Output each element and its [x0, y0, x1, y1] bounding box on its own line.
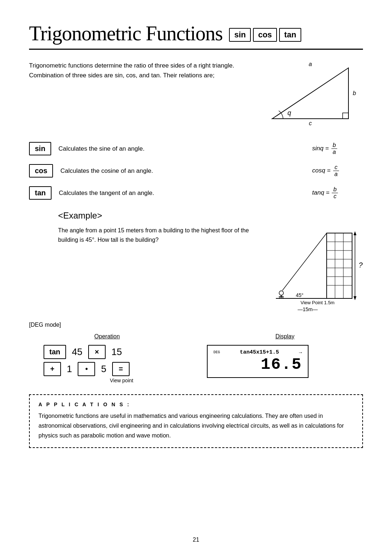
example-section: <Example> The angle from a point 15 mete…: [58, 211, 363, 314]
svg-marker-0: [272, 68, 348, 119]
deg-mode-label: [DEG mode]: [29, 322, 363, 328]
func-formula-sin: sinq = b a: [312, 142, 363, 155]
svg-text:q: q: [287, 109, 291, 117]
svg-text:View Point 1.5m: View Point 1.5m: [301, 300, 335, 305]
calc-display: DEG tan45x15+1.5 → 16.5: [207, 345, 309, 378]
num-5: 5: [99, 362, 108, 376]
svg-rect-6: [327, 233, 352, 298]
intro-section: Trigonometric functions determine the ra…: [29, 61, 363, 131]
tan-key[interactable]: tan: [44, 345, 66, 359]
title-badge-tan: tan: [279, 28, 301, 42]
title-badge-cos: cos: [253, 28, 277, 42]
svg-text:45°: 45°: [296, 292, 303, 298]
svg-line-26: [282, 233, 327, 290]
func-formula-cos: cosq = c a: [312, 164, 363, 178]
func-desc-sin: Calculates the sine of an angle.: [58, 145, 312, 152]
svg-point-20: [279, 291, 283, 295]
svg-rect-1: [343, 113, 348, 119]
plus-key[interactable]: +: [44, 362, 61, 376]
svg-text:?: ?: [359, 261, 363, 269]
svg-text:—15m—: —15m—: [298, 306, 318, 312]
func-badge-cos: cos: [29, 164, 53, 178]
op-row-2: + 1 • 5 =: [44, 362, 130, 376]
function-row-cos: cos Calculates the cosine of an angle. c…: [29, 164, 363, 178]
example-svg: ? 45° View: [269, 226, 363, 313]
num-15: 15: [109, 345, 124, 359]
page-number: 21: [193, 537, 199, 543]
num-45: 45: [70, 345, 85, 359]
example-title: <Example>: [58, 211, 363, 221]
decimal-key[interactable]: •: [78, 362, 95, 376]
func-desc-cos: Calculates the cosine of an angle.: [60, 167, 312, 175]
svg-text:b: b: [353, 90, 356, 96]
example-body: The angle from a point 15 meters from a …: [58, 226, 363, 314]
intro-text: Trigonometric functions determine the ra…: [29, 61, 250, 131]
calc-display-arrow: →: [299, 350, 302, 355]
calc-display-expression: tan45x15+1.5: [240, 349, 279, 355]
page: Trigonometric Functions sin cos tan Trig…: [0, 0, 392, 554]
title-badges: sin cos tan: [229, 28, 301, 42]
func-formula-tan: tanq = b c: [312, 186, 363, 200]
title-row: Trigonometric Functions sin cos tan: [29, 22, 363, 50]
func-badge-sin: sin: [29, 142, 51, 155]
calc-display-result: 16.5: [213, 355, 302, 374]
display-column: Display DEG tan45x15+1.5 → 16.5: [207, 333, 363, 378]
title-badge-sin: sin: [229, 28, 251, 42]
op-row-1: tan 45 × 15: [44, 345, 124, 359]
func-desc-tan: Calculates the tangent of an angle.: [59, 190, 312, 197]
svg-text:a: a: [309, 61, 312, 67]
times-key[interactable]: ×: [88, 345, 106, 359]
equals-key[interactable]: =: [112, 362, 130, 376]
calc-display-top-row: DEG tan45x15+1.5 →: [213, 349, 302, 355]
operation-label: Operation: [29, 333, 185, 340]
op-display-row: Operation tan 45 × 15 + 1 • 5: [29, 333, 363, 383]
view-point-label: View point: [58, 378, 185, 383]
svg-text:c: c: [309, 120, 312, 126]
function-row-tan: tan Calculates the tangent of an angle. …: [29, 186, 363, 200]
applications-box: A P P L I C A T I O N S : Trigonometric …: [29, 394, 363, 448]
operation-buttons: tan 45 × 15 + 1 • 5 =: [29, 345, 185, 376]
display-label: Display: [207, 333, 363, 340]
calc-deg-label: DEG: [213, 350, 220, 354]
applications-text: Trigonometric functions are useful in ma…: [38, 411, 354, 441]
function-rows: sin Calculates the sine of an angle. sin…: [29, 142, 363, 200]
operation-column: Operation tan 45 × 15 + 1 • 5: [29, 333, 185, 383]
triangle-diagram: a b c q: [261, 61, 363, 131]
num-1: 1: [65, 362, 74, 376]
svg-marker-17: [354, 296, 356, 300]
operation-section: [DEG mode] Operation tan 45 × 15 +: [29, 322, 363, 383]
page-title: Trigonometric Functions: [29, 22, 222, 45]
func-badge-tan: tan: [29, 186, 52, 200]
svg-marker-16: [354, 231, 356, 235]
triangle-svg: a b c q: [261, 61, 363, 130]
example-diagram: ? 45° View: [269, 226, 363, 314]
applications-title: A P P L I C A T I O N S :: [38, 402, 354, 407]
example-text: The angle from a point 15 meters from a …: [58, 226, 258, 244]
function-row-sin: sin Calculates the sine of an angle. sin…: [29, 142, 363, 155]
